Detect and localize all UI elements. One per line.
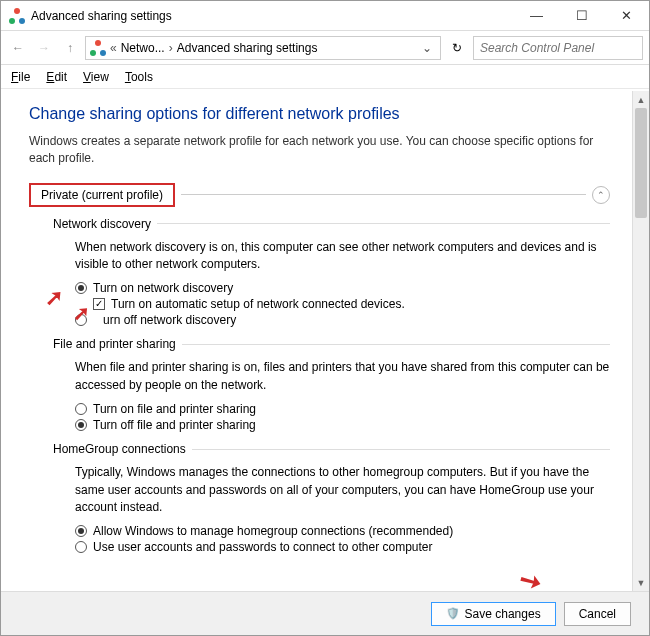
option-label: Turn off file and printer sharing bbox=[93, 418, 256, 432]
radio-netdisc-off[interactable]: ➚ urn off network discovery bbox=[75, 313, 610, 327]
radio-hg-allow[interactable]: Allow Windows to manage homegroup connec… bbox=[75, 524, 610, 538]
back-button[interactable]: ← bbox=[7, 37, 29, 59]
scroll-up-icon[interactable]: ▲ bbox=[633, 91, 649, 108]
option-label: Turn on file and printer sharing bbox=[93, 402, 256, 416]
chevron-right-icon: « bbox=[110, 41, 117, 55]
radio-icon bbox=[75, 403, 87, 415]
option-label: Allow Windows to manage homegroup connec… bbox=[93, 524, 453, 538]
collapse-button[interactable]: ⌃ bbox=[592, 186, 610, 204]
radio-icon bbox=[75, 525, 87, 537]
menu-view[interactable]: View bbox=[83, 70, 109, 84]
menu-edit[interactable]: Edit bbox=[46, 70, 67, 84]
section-description: Typically, Windows manages the connectio… bbox=[75, 464, 610, 516]
option-label: urn off network discovery bbox=[103, 313, 236, 327]
cancel-button[interactable]: Cancel bbox=[564, 602, 631, 626]
radio-icon bbox=[75, 419, 87, 431]
control-panel-icon bbox=[9, 8, 25, 24]
page-title: Change sharing options for different net… bbox=[29, 105, 610, 123]
control-panel-icon bbox=[90, 40, 106, 56]
checkbox-icon: ✓ bbox=[93, 298, 105, 310]
refresh-button[interactable]: ↻ bbox=[445, 36, 469, 60]
radio-hg-user[interactable]: Use user accounts and passwords to conne… bbox=[75, 540, 610, 554]
profile-name: Private (current profile) bbox=[29, 183, 175, 207]
radio-icon bbox=[75, 282, 87, 294]
radio-netdisc-on[interactable]: Turn on network discovery bbox=[75, 281, 610, 295]
vertical-scrollbar[interactable]: ▲ ▼ bbox=[632, 91, 649, 591]
search-input[interactable] bbox=[473, 36, 643, 60]
up-button[interactable]: ↑ bbox=[59, 37, 81, 59]
annotation-arrow-icon: ➚ bbox=[512, 564, 550, 591]
profile-header: Private (current profile) ⌃ bbox=[29, 183, 610, 207]
option-label: Turn on automatic setup of network conne… bbox=[111, 297, 405, 311]
menu-file[interactable]: File bbox=[11, 70, 30, 84]
breadcrumb[interactable]: « Netwo... › Advanced sharing settings ⌄ bbox=[85, 36, 441, 60]
menu-bar: File Edit View Tools bbox=[1, 65, 649, 89]
nav-bar: ← → ↑ « Netwo... › Advanced sharing sett… bbox=[1, 31, 649, 65]
footer-bar: 🛡️ Save changes Cancel bbox=[1, 591, 649, 635]
minimize-button[interactable]: — bbox=[514, 1, 559, 31]
section-description: When network discovery is on, this compu… bbox=[75, 239, 610, 274]
shield-icon: 🛡️ bbox=[446, 607, 460, 620]
section-homegroup: HomeGroup connections Typically, Windows… bbox=[53, 442, 610, 554]
section-description: When file and printer sharing is on, fil… bbox=[75, 359, 610, 394]
close-button[interactable]: ✕ bbox=[604, 1, 649, 31]
option-label: Turn on network discovery bbox=[93, 281, 233, 295]
chevron-right-icon: › bbox=[169, 41, 173, 55]
save-changes-button[interactable]: 🛡️ Save changes bbox=[431, 602, 556, 626]
maximize-button[interactable]: ☐ bbox=[559, 1, 604, 31]
radio-fps-on[interactable]: Turn on file and printer sharing bbox=[75, 402, 610, 416]
button-label: Save changes bbox=[465, 607, 541, 621]
section-title: Network discovery bbox=[53, 217, 151, 231]
page-description: Windows creates a separate network profi… bbox=[29, 133, 610, 167]
radio-icon bbox=[75, 314, 87, 326]
radio-icon bbox=[75, 541, 87, 553]
breadcrumb-item[interactable]: Advanced sharing settings bbox=[177, 41, 318, 55]
window-title: Advanced sharing settings bbox=[31, 9, 514, 23]
section-title: File and printer sharing bbox=[53, 337, 176, 351]
annotation-arrow-icon: ➚ bbox=[45, 285, 63, 311]
breadcrumb-item[interactable]: Netwo... bbox=[121, 41, 165, 55]
forward-button[interactable]: → bbox=[33, 37, 55, 59]
scroll-thumb[interactable] bbox=[635, 108, 647, 218]
section-title: HomeGroup connections bbox=[53, 442, 186, 456]
content-area: Change sharing options for different net… bbox=[1, 91, 632, 591]
breadcrumb-dropdown[interactable]: ⌄ bbox=[418, 41, 436, 55]
menu-tools[interactable]: Tools bbox=[125, 70, 153, 84]
section-network-discovery: Network discovery When network discovery… bbox=[53, 217, 610, 328]
section-file-printer-sharing: File and printer sharing When file and p… bbox=[53, 337, 610, 432]
checkbox-auto-setup[interactable]: ✓ Turn on automatic setup of network con… bbox=[93, 297, 610, 311]
radio-fps-off[interactable]: Turn off file and printer sharing bbox=[75, 418, 610, 432]
option-label: Use user accounts and passwords to conne… bbox=[93, 540, 433, 554]
button-label: Cancel bbox=[579, 607, 616, 621]
title-bar: Advanced sharing settings — ☐ ✕ bbox=[1, 1, 649, 31]
scroll-down-icon[interactable]: ▼ bbox=[633, 574, 649, 591]
